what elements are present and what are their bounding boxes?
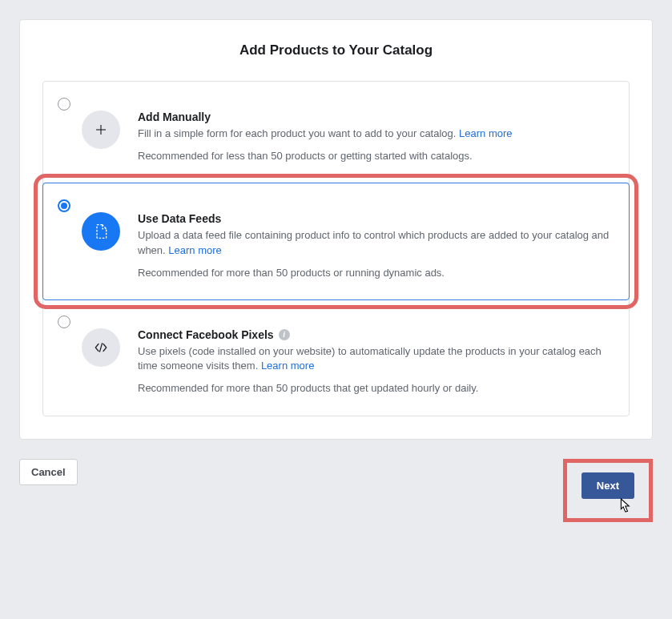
radio-use-data-feeds[interactable]: [58, 199, 70, 212]
code-icon: [82, 328, 120, 367]
learn-more-link[interactable]: Learn more: [261, 360, 314, 372]
radio-connect-pixels[interactable]: [58, 316, 70, 328]
footer: Cancel Next: [19, 459, 653, 522]
svg-line-2: [100, 344, 103, 352]
options-list: Add Manually Fill in a simple form for e…: [42, 81, 630, 416]
learn-more-link[interactable]: Learn more: [168, 244, 221, 256]
option-add-manually[interactable]: Add Manually Fill in a simple form for e…: [43, 82, 629, 183]
option-description: Upload a data feed file containing produ…: [138, 228, 611, 257]
cursor-icon: [617, 497, 631, 515]
page-title: Add Products to Your Catalog: [42, 42, 630, 58]
info-icon[interactable]: i: [279, 329, 290, 340]
option-description: Fill in a simple form for each product y…: [138, 127, 611, 141]
option-title: Use Data Feeds: [138, 212, 611, 225]
next-highlight: Next: [563, 459, 653, 522]
radio-add-manually[interactable]: [58, 98, 70, 111]
option-recommended: Recommended for more than 50 products th…: [138, 381, 611, 396]
option-recommended: Recommended for less than 50 products or…: [138, 149, 611, 163]
cancel-button[interactable]: Cancel: [19, 459, 78, 485]
option-use-data-feeds[interactable]: Use Data Feeds Upload a data feed file c…: [42, 183, 630, 300]
main-card: Add Products to Your Catalog Add Manuall…: [19, 19, 653, 440]
plus-icon: [82, 111, 120, 149]
option-recommended: Recommended for more than 50 products or…: [138, 266, 611, 280]
next-button[interactable]: Next: [581, 472, 634, 499]
option-description: Use pixels (code installed on your websi…: [138, 344, 611, 373]
learn-more-link[interactable]: Learn more: [459, 127, 512, 139]
option-connect-pixels[interactable]: Connect Facebook Pixels i Use pixels (co…: [43, 299, 629, 416]
option-title: Add Manually: [138, 111, 611, 123]
file-icon: [82, 212, 120, 251]
option-title: Connect Facebook Pixels i: [138, 328, 611, 341]
